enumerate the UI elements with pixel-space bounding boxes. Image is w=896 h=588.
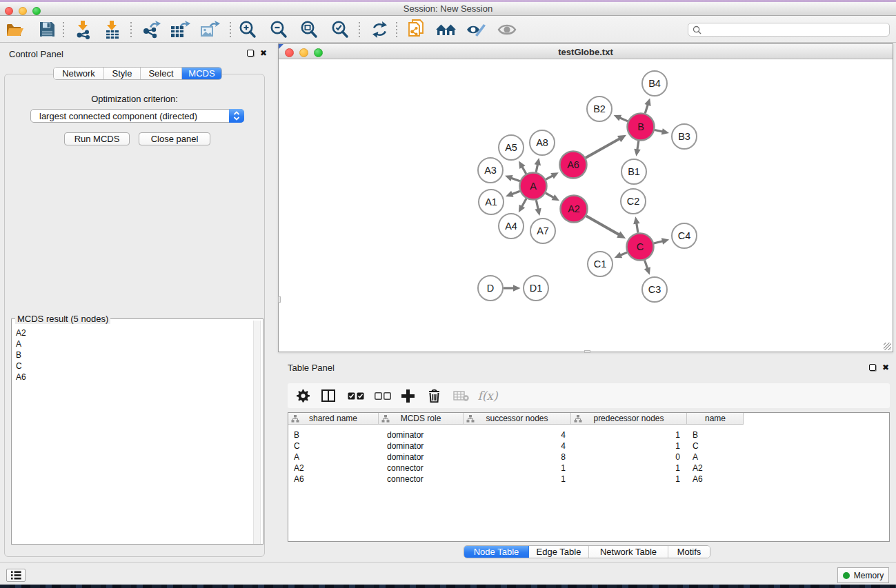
select-all-checkboxes-button[interactable] <box>346 383 366 408</box>
column-header-successor-nodes[interactable]: successor nodes <box>464 413 571 424</box>
graph-node-label: A <box>530 181 537 192</box>
mcds-list-scrollbar[interactable] <box>253 321 261 544</box>
window-resize-grip[interactable] <box>884 343 891 350</box>
refresh-button[interactable] <box>369 16 390 43</box>
zoom-out-button[interactable] <box>268 16 289 43</box>
export-image-button[interactable] <box>199 16 221 43</box>
graph-edge-B-B1[interactable] <box>637 141 639 150</box>
tab-motifs[interactable]: Motifs <box>668 546 710 558</box>
network-graph: AA1A2A3A4A5A6A7A8BB1B2B3B4CC1C2C3C4DD1 <box>279 59 893 352</box>
dropdown-stepper-icon <box>229 109 244 123</box>
function-builder-button[interactable]: f(x) <box>476 383 499 408</box>
table-toolbar: f(x) <box>288 383 890 408</box>
table-settings-button[interactable] <box>295 383 310 408</box>
show-hidden-button[interactable] <box>496 16 518 43</box>
graph-edge-A-A5[interactable] <box>522 167 526 174</box>
table-cell: 1 <box>464 474 566 485</box>
graph-edge-A-A8[interactable] <box>536 164 537 172</box>
open-file-button[interactable] <box>4 16 26 43</box>
graph-edge-B-B3[interactable] <box>655 130 663 132</box>
memory-button[interactable]: Memory <box>837 567 889 583</box>
export-network-button[interactable] <box>140 16 162 43</box>
run-mcds-button[interactable]: Run MCDS <box>64 132 130 145</box>
table-cell: A <box>294 452 379 463</box>
float-table-panel-icon[interactable] <box>869 364 876 371</box>
graph-edge-C-C1[interactable] <box>620 252 627 255</box>
tab-network-table[interactable]: Network Table <box>589 546 668 558</box>
zoom-selected-button[interactable] <box>330 16 350 43</box>
first-neighbors-button[interactable] <box>435 16 458 43</box>
delete-table-button[interactable] <box>451 383 470 408</box>
unchecked-boxes-icon <box>375 392 391 400</box>
graph-edge-A-A7[interactable] <box>536 200 538 210</box>
import-network-button[interactable] <box>72 16 94 43</box>
control-panel-tabs: Network Style Select MCDS <box>53 67 222 80</box>
deselect-all-checkboxes-button[interactable] <box>373 383 392 408</box>
zoom-fit-button[interactable] <box>299 16 319 43</box>
tab-network[interactable]: Network <box>54 68 104 79</box>
column-header-name[interactable]: name <box>687 413 744 424</box>
close-table-panel-icon[interactable]: ✖ <box>882 364 889 371</box>
bottom-edge-handle[interactable] <box>584 350 590 353</box>
search-input[interactable] <box>688 23 890 37</box>
network-canvas[interactable]: AA1A2A3A4A5A6A7A8BB1B2B3B4CC1C2C3C4DD1 <box>279 59 893 352</box>
graph-edge-A-A3[interactable] <box>511 178 520 181</box>
table-cell: C <box>693 440 744 452</box>
main-toolbar <box>0 16 896 43</box>
graph-edge-A6-B[interactable] <box>586 139 620 158</box>
save-session-button[interactable] <box>36 16 58 43</box>
column-header-shared-name[interactable]: shared name <box>288 413 379 424</box>
trash-icon <box>428 389 440 403</box>
graph-edge-A-A4[interactable] <box>521 199 526 207</box>
table-row[interactable]: Adominator80A <box>288 452 889 463</box>
column-header-MCDS-role[interactable]: MCDS role <box>379 413 464 424</box>
column-header-predecessor-nodes[interactable]: predecessor nodes <box>571 413 687 424</box>
new-network-from-selection-button[interactable] <box>406 16 428 43</box>
network-window-titlebar[interactable]: testGlobe.txt <box>279 44 893 59</box>
add-column-button[interactable] <box>399 383 417 408</box>
tab-select[interactable]: Select <box>141 68 182 79</box>
split-columns-icon <box>321 389 335 402</box>
criterion-dropdown[interactable]: largest connected component (directed) <box>30 109 244 123</box>
table-cell: 1 <box>464 463 566 474</box>
mcds-result-item[interactable]: A <box>12 338 252 349</box>
graph-node-label: B4 <box>648 78 661 89</box>
table-cell: 1 <box>571 463 680 474</box>
tab-mcds[interactable]: MCDS <box>182 68 221 79</box>
graph-edge-C-C2[interactable] <box>637 223 638 233</box>
split-columns-button[interactable] <box>320 383 337 408</box>
float-panel-icon[interactable] <box>247 50 254 57</box>
zoom-in-button[interactable] <box>237 16 258 43</box>
mcds-result-item[interactable]: C <box>12 361 252 372</box>
mcds-result-list[interactable]: A2ABCA6 <box>12 327 252 383</box>
graph-edge-A2-C[interactable] <box>586 216 619 234</box>
show-panel-list-button[interactable] <box>6 569 26 582</box>
graph-edge-C-C3[interactable] <box>645 260 648 268</box>
graph-node-label: A1 <box>485 196 497 207</box>
hide-selected-button[interactable] <box>465 16 487 43</box>
import-table-icon <box>103 20 122 39</box>
tab-edge-table[interactable]: Edge Table <box>529 546 589 558</box>
graph-edge-C-C4[interactable] <box>654 241 663 243</box>
table-row[interactable]: A2connector11A2 <box>288 463 889 474</box>
close-panel-icon[interactable]: ✖ <box>260 50 267 57</box>
left-edge-handle[interactable] <box>278 296 281 303</box>
tab-node-table[interactable]: Node Table <box>464 546 529 558</box>
graph-edge-A-A1[interactable] <box>512 191 520 194</box>
graph-edge-A-A2[interactable] <box>546 193 554 198</box>
table-row[interactable]: Cdominator41C <box>288 440 889 452</box>
mcds-result-item[interactable]: A2 <box>12 327 252 338</box>
mcds-result-item[interactable]: B <box>12 349 252 361</box>
graph-edge-B-B4[interactable] <box>645 104 648 113</box>
graph-edge-A-A6[interactable] <box>546 176 552 180</box>
tab-style[interactable]: Style <box>104 68 141 79</box>
import-table-button[interactable] <box>101 16 123 43</box>
export-table-button[interactable] <box>169 16 191 43</box>
graph-edge-B-B2[interactable] <box>619 118 628 121</box>
delete-column-button[interactable] <box>425 383 443 408</box>
close-panel-button[interactable]: Close panel <box>139 132 210 145</box>
mcds-result-item[interactable]: A6 <box>12 372 252 383</box>
table-row[interactable]: A6connector11A6 <box>288 474 889 485</box>
toolbar-separator <box>230 22 231 38</box>
table-row[interactable]: Bdominator41B <box>288 429 889 440</box>
